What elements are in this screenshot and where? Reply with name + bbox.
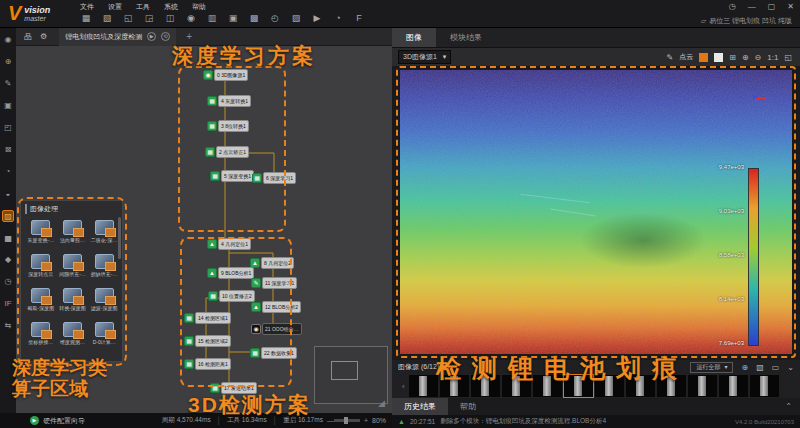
color-analysis-icon[interactable]: ◔	[2, 166, 14, 178]
refresh-icon[interactable]: ◴	[269, 12, 281, 25]
logic-timer-icon[interactable]: ◷	[2, 276, 14, 288]
mark-icon[interactable]: ◆	[2, 254, 14, 266]
operator-item[interactable]: 二值化-深…	[88, 220, 120, 243]
film-icon[interactable]: ▨	[290, 12, 302, 25]
measure-icon[interactable]: ⊠	[2, 144, 14, 156]
fit-view-icon[interactable]: ⊞	[729, 53, 736, 62]
operator-item[interactable]: 坐标拼接…	[25, 322, 57, 345]
operator-item[interactable]: 维度观测…	[57, 322, 89, 345]
image-thumbnail[interactable]	[688, 375, 717, 397]
operator-item[interactable]: 间隙填充-…	[57, 254, 89, 277]
flow-canvas[interactable]: ◉0 3D图像源1▦4 灰度转换1▦3 8位转换1▦2 点云矫正1▦5 深度变换…	[16, 46, 392, 413]
menu-文件[interactable]: 文件	[80, 2, 94, 12]
tab-help[interactable]: 帮助	[448, 398, 488, 415]
actual-size-icon[interactable]: 1:1	[767, 53, 778, 62]
operator-item[interactable]: 截取-深度图	[25, 288, 57, 311]
image-thumbnail[interactable]	[657, 375, 686, 397]
flow-node[interactable]: ◉21 OOO组合…	[251, 323, 302, 334]
hardware-wizard-label[interactable]: 硬件配置向导	[43, 416, 85, 426]
flow-node[interactable]: ▲12 BLOB分析2	[251, 301, 301, 312]
tab-image[interactable]: 图像	[392, 28, 436, 47]
operator-item[interactable]: 转换-深度图	[57, 288, 89, 311]
operator-item[interactable]: 损缺填充-…	[88, 254, 120, 277]
draw-icon[interactable]: ✎	[667, 53, 674, 62]
zoom-slider[interactable]	[334, 419, 360, 422]
loop-run-icon[interactable]: ⟲	[161, 32, 170, 41]
flow-list-icon[interactable]: 品	[24, 31, 32, 42]
image-thumbnail[interactable]	[626, 375, 655, 397]
minimap-viewport[interactable]	[331, 361, 358, 380]
flow-node[interactable]: ▲4 几何定位1	[207, 238, 251, 249]
run-all-button[interactable]: 运行全部▾	[690, 362, 733, 373]
close-icon[interactable]: ✕	[787, 2, 794, 11]
operator-item[interactable]: 滤波-深度图	[88, 288, 120, 311]
zoom-out-icon[interactable]: ⊖	[755, 53, 762, 62]
image-thumbnail[interactable]	[409, 375, 438, 397]
operator-item[interactable]: D-0计算…	[88, 322, 120, 345]
crop-icon[interactable]: ◰	[2, 122, 14, 134]
flow-node[interactable]: ▦16 检测距离1	[184, 358, 231, 369]
flow-node[interactable]: ▦6 深度学习1	[252, 172, 296, 183]
project-label[interactable]: ▱易位三 锂电划痕 凹坑 纯版	[701, 16, 792, 26]
run-status-icon[interactable]: ▶	[30, 416, 39, 425]
operator-item[interactable]: 深度转点云	[25, 254, 57, 277]
flow-node[interactable]: ▦3 8位转换1	[207, 120, 249, 131]
operator-item[interactable]: 法向量投…	[57, 220, 89, 243]
flow-node[interactable]: ◉0 3D图像源1	[203, 69, 248, 80]
add-image-icon[interactable]: ⊕	[741, 363, 748, 372]
run-icon[interactable]: ▶	[311, 12, 323, 25]
minimap[interactable]	[314, 346, 388, 404]
flow-node[interactable]: ✎11 深度学习1	[251, 277, 297, 288]
flow-node[interactable]: ▦22 数据收集1	[250, 347, 297, 358]
tab-history-result[interactable]: 历史结果	[392, 398, 448, 415]
3d-image-view[interactable]: 9.47e+039.03e+038.58e+038.14e+037.69e+03	[392, 66, 800, 360]
function-icon[interactable]: F	[353, 12, 365, 25]
flow-node[interactable]: ▲8 几何定位2	[250, 257, 294, 268]
flow-tab[interactable]: 锂电划痕凹坑及深度检测 ▶ ⟲	[59, 28, 176, 46]
camera-source-icon[interactable]: ◉	[2, 34, 14, 46]
menu-系统[interactable]: 系统	[164, 2, 178, 12]
layers-icon[interactable]: ▣	[2, 100, 14, 112]
location-icon[interactable]: ⊕	[2, 56, 14, 68]
flow-node[interactable]: ▦4 灰度转换1	[207, 95, 251, 106]
parameter-icon[interactable]: ▥	[206, 12, 218, 25]
image-source-dropdown[interactable]: 3D图像源1▾	[398, 50, 451, 64]
collapse-panel-icon[interactable]: ⌃	[785, 402, 792, 411]
image-thumbnail[interactable]	[750, 375, 779, 397]
menu-工具[interactable]: 工具	[136, 2, 150, 12]
import-icon[interactable]: ◲	[143, 12, 155, 25]
zoom-out-button[interactable]: —	[327, 417, 334, 424]
image-thumbnail[interactable]	[440, 375, 469, 397]
zoom-in-icon[interactable]: ⊕	[742, 53, 749, 62]
flow-node[interactable]: ▦2 点云矫正1	[205, 146, 249, 157]
report-icon[interactable]: ▩	[248, 12, 260, 25]
image-thumbnail[interactable]	[502, 375, 531, 397]
image-thumbnail[interactable]	[564, 375, 593, 397]
compare-icon[interactable]: ◒	[2, 188, 14, 200]
canvas-resize-handle[interactable]: ◢	[378, 398, 385, 408]
open-folder-icon[interactable]: ▧	[756, 363, 764, 372]
minimize-icon[interactable]: —	[748, 2, 756, 11]
image-thumbnail[interactable]	[595, 375, 624, 397]
flow-node[interactable]: ▦17 发送结果1	[210, 382, 257, 393]
zoom-in-button[interactable]: +	[364, 417, 368, 424]
fullscreen-icon[interactable]: ◱	[784, 53, 792, 62]
image-edit-icon[interactable]: ✎	[2, 78, 14, 90]
image-thumbnail[interactable]	[719, 375, 748, 397]
deep-learning-icon[interactable]: ▨	[2, 210, 14, 222]
run-once-icon[interactable]: ◔	[332, 12, 344, 25]
tab-module-result[interactable]: 模块结果	[436, 28, 496, 47]
tool-settings-icon[interactable]: ⚙	[40, 32, 47, 41]
image-thumbnail[interactable]	[533, 375, 562, 397]
new-window-icon[interactable]: ◫	[164, 12, 176, 25]
maximize-icon[interactable]: ▢	[768, 2, 776, 11]
export-icon[interactable]: ◱	[122, 12, 134, 25]
scroll-left-icon[interactable]: ‹	[402, 382, 405, 391]
display-config-icon[interactable]: ▣	[227, 12, 239, 25]
collapse-icon[interactable]: ⌄	[787, 363, 794, 372]
delete-icon[interactable]: ▭	[772, 363, 780, 372]
save-icon[interactable]: ▦	[80, 12, 92, 25]
flow-node[interactable]: ▦5 深度变换1	[210, 170, 254, 181]
add-flow-button[interactable]: +	[186, 31, 192, 42]
flow-node[interactable]: ▦10 位置修正2	[208, 290, 255, 301]
